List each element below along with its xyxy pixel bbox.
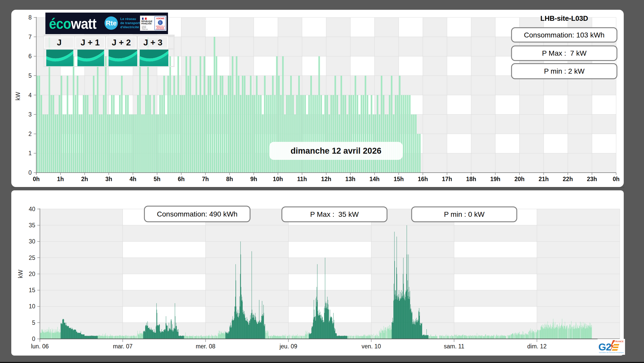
svg-text:mer. 08: mer. 08 — [196, 343, 215, 350]
svg-text:Consommation: 490 kWh: Consommation: 490 kWh — [157, 210, 237, 218]
svg-text:2: 2 — [28, 131, 32, 137]
svg-text:11h: 11h — [297, 176, 307, 182]
svg-text:21h: 21h — [539, 176, 549, 182]
svg-text:19h: 19h — [490, 176, 500, 182]
svg-text:22h: 22h — [563, 176, 573, 182]
svg-text:6: 6 — [28, 53, 32, 60]
svg-text:8h: 8h — [226, 176, 233, 182]
svg-text:FRANÇAISE: FRANÇAISE — [141, 22, 152, 25]
svg-text:LHB-site-L03D: LHB-site-L03D — [540, 15, 588, 22]
svg-text:18h: 18h — [466, 176, 476, 182]
svg-text:P min : 0 kW: P min : 0 kW — [444, 210, 485, 218]
svg-text:sam. 11: sam. 11 — [444, 343, 464, 350]
svg-text:17h: 17h — [442, 176, 452, 182]
svg-text:de transport: de transport — [120, 21, 140, 25]
svg-text:6h: 6h — [178, 176, 185, 182]
svg-text:Fraternité: Fraternité — [142, 28, 148, 30]
svg-text:jeu. 09: jeu. 09 — [279, 343, 297, 350]
svg-text:35: 35 — [29, 222, 35, 229]
svg-text:AGENCE DE LA: AGENCE DE LA — [156, 26, 165, 27]
svg-text:J: J — [57, 38, 62, 47]
svg-text:12h: 12h — [321, 176, 331, 182]
svg-text:0h: 0h — [33, 176, 40, 182]
svg-text:G2: G2 — [598, 341, 611, 352]
svg-text:FRANCE: FRANCE — [615, 340, 624, 343]
svg-text:lun. 06: lun. 06 — [31, 343, 49, 350]
svg-text:3h: 3h — [105, 176, 112, 182]
svg-text:23h: 23h — [587, 176, 597, 182]
svg-text:10h: 10h — [273, 176, 283, 182]
svg-text:mar. 07: mar. 07 — [113, 343, 133, 350]
svg-text:J + 3: J + 3 — [143, 38, 162, 47]
svg-text:40: 40 — [29, 206, 35, 212]
svg-text:P Max : 35 kW: P Max : 35 kW — [310, 210, 359, 218]
svg-text:dim. 12: dim. 12 — [527, 343, 547, 350]
svg-text:10: 10 — [29, 303, 35, 310]
svg-text:ÉCOLOGIQUE: ÉCOLOGIQUE — [156, 28, 164, 30]
svg-text:13h: 13h — [345, 176, 355, 182]
svg-text:15h: 15h — [394, 176, 404, 182]
svg-text:P Max : 7 kW: P Max : 7 kW — [542, 49, 587, 57]
svg-text:2h: 2h — [81, 176, 88, 182]
svg-text:ven. 10: ven. 10 — [362, 343, 381, 350]
svg-text:4: 4 — [28, 92, 32, 99]
svg-text:Consommation: 103 kWh: Consommation: 103 kWh — [524, 31, 605, 39]
svg-text:16h: 16h — [418, 176, 428, 182]
svg-text:0: 0 — [32, 336, 35, 342]
svg-text:kW: kW — [15, 92, 21, 101]
svg-text:4h: 4h — [130, 176, 136, 182]
svg-text:25: 25 — [29, 254, 35, 261]
svg-text:1h: 1h — [57, 176, 64, 182]
svg-text:5: 5 — [32, 319, 35, 326]
svg-text:TRANSITION: TRANSITION — [157, 27, 164, 28]
svg-text:9h: 9h — [250, 176, 257, 182]
svg-text:J + 1: J + 1 — [81, 38, 100, 47]
svg-text:d'électricité: d'électricité — [120, 25, 139, 29]
svg-text:15: 15 — [29, 287, 35, 293]
svg-text:J + 2: J + 2 — [112, 38, 131, 47]
svg-text:Le réseau: Le réseau — [120, 17, 136, 21]
svg-text:0: 0 — [28, 169, 32, 176]
svg-text:5: 5 — [28, 72, 32, 79]
svg-text:Rte: Rte — [106, 19, 117, 27]
svg-text:20: 20 — [29, 271, 35, 277]
svg-text:0h: 0h — [613, 176, 620, 182]
svg-text:7h: 7h — [202, 176, 209, 182]
svg-text:20h: 20h — [514, 176, 525, 182]
svg-text:14h: 14h — [369, 176, 380, 182]
svg-text:Optimisation des ressources én: Optimisation des ressources énergétiques — [599, 352, 624, 353]
svg-text:P min : 2 kW: P min : 2 kW — [544, 67, 585, 75]
svg-text:kW: kW — [17, 270, 24, 278]
svg-text:3: 3 — [28, 111, 32, 118]
svg-text:8: 8 — [28, 14, 32, 21]
svg-text:écowatt: écowatt — [49, 15, 97, 32]
svg-text:5h: 5h — [154, 176, 161, 182]
svg-text:1: 1 — [28, 150, 32, 156]
svg-text:ADEME: ADEME — [156, 17, 165, 20]
svg-text:7: 7 — [28, 34, 32, 40]
svg-text:dimanche 12 avril 2026: dimanche 12 avril 2026 — [291, 146, 381, 155]
svg-text:30: 30 — [29, 238, 35, 245]
